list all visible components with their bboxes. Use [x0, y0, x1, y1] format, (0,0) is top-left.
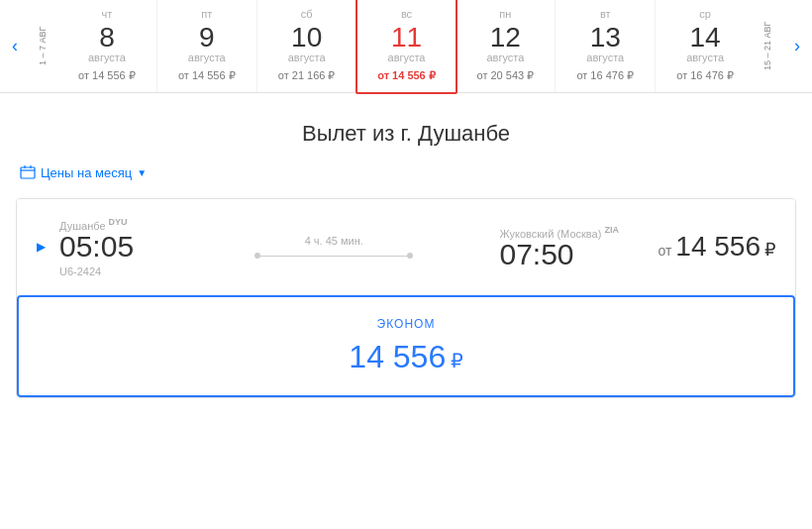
day-cell-12[interactable]: ПН 12 августа от 20 543 ₽ — [456, 0, 556, 92]
calendar-strip: ‹ 1 – 7 АВГ ЧТ 8 августа от 14 556 ₽ ПТ … — [0, 0, 812, 93]
right-week-range: 15 – 21 АВГ — [755, 0, 782, 92]
day-cell-11[interactable]: ВС 11 августа от 14 556 ₽ — [355, 0, 458, 94]
day-cell-10[interactable]: СБ 10 августа от 21 166 ₽ — [257, 0, 357, 92]
month-prices-button[interactable]: Цены на месяц ▼ — [20, 164, 147, 180]
day-price: от 14 556 ₽ — [178, 69, 236, 82]
flight-main: ▶ Душанбе DYU 05:05 U6-2424 4 ч. 45 мин.… — [17, 199, 795, 295]
day-month: августа — [188, 52, 226, 63]
day-name: СР — [699, 8, 711, 20]
day-number: 12 — [490, 24, 521, 52]
day-name: ЧТ — [102, 8, 113, 20]
section-title: Вылет из г. Душанбе — [0, 93, 812, 164]
flight-price: от 14 556 ₽ — [658, 231, 775, 263]
departure-time: 05:05 — [59, 232, 168, 262]
calendar-icon — [20, 164, 36, 180]
days-container: ЧТ 8 августа от 14 556 ₽ ПТ 9 августа от… — [57, 0, 755, 92]
day-month: августа — [88, 52, 126, 63]
expand-arrow[interactable]: ▶ — [37, 240, 46, 254]
flight-departure: Душанбе DYU 05:05 U6-2424 — [59, 217, 168, 277]
flight-arrival: Жуковский (Москва) ZIA 07:50 — [499, 225, 658, 269]
day-number: 9 — [199, 24, 215, 52]
flight-number: U6-2424 — [59, 265, 168, 277]
duration-line — [254, 253, 413, 259]
day-number: 13 — [590, 24, 621, 52]
day-name: СБ — [301, 8, 313, 20]
day-price: от 16 476 ₽ — [676, 69, 734, 82]
day-number: 11 — [391, 24, 422, 52]
day-month: августа — [288, 52, 326, 63]
day-price: от 16 476 ₽ — [576, 69, 634, 82]
day-month: августа — [586, 52, 624, 63]
arrival-code: ZIA — [604, 225, 619, 235]
fare-price-amount: 14 556 — [349, 339, 446, 374]
price-currency: ₽ — [764, 239, 775, 261]
prev-week-arrow[interactable]: ‹ — [0, 0, 30, 92]
day-month: августа — [686, 52, 724, 63]
day-cell-8[interactable]: ЧТ 8 августа от 14 556 ₽ — [57, 0, 157, 92]
day-number: 14 — [690, 24, 721, 52]
departure-code: DYU — [109, 217, 128, 227]
day-name: ВТ — [600, 8, 611, 20]
day-price: от 21 166 ₽ — [278, 69, 336, 82]
day-number: 10 — [291, 24, 322, 52]
month-prices-label: Цены на месяц — [41, 165, 132, 180]
day-name: ВС — [401, 8, 412, 20]
fare-price-currency: ₽ — [451, 350, 463, 371]
duration-dash — [260, 256, 407, 257]
left-week-range: 1 – 7 АВГ — [30, 0, 57, 92]
fare-class-label: ЭКОНОМ — [377, 317, 436, 331]
duration-text: 4 ч. 45 мин. — [305, 235, 363, 247]
day-number: 8 — [99, 24, 115, 52]
day-price: от 20 543 ₽ — [477, 69, 535, 82]
arrival-time: 07:50 — [499, 240, 658, 269]
day-month: августа — [388, 52, 426, 63]
day-cell-13[interactable]: ВТ 13 августа от 16 476 ₽ — [556, 0, 656, 92]
chevron-down-icon: ▼ — [137, 167, 147, 178]
fare-panel: ЭКОНОМ 14 556 ₽ — [17, 295, 795, 397]
day-name: ПТ — [201, 8, 212, 20]
day-price: от 14 556 ₽ — [78, 69, 136, 82]
flight-duration: 4 ч. 45 мин. — [168, 235, 499, 259]
day-name: ПН — [499, 8, 511, 20]
next-week-arrow[interactable]: › — [782, 0, 812, 92]
day-cell-9[interactable]: ПТ 9 августа от 14 556 ₽ — [157, 0, 257, 92]
price-amount: 14 556 — [675, 231, 761, 263]
day-month: августа — [486, 52, 524, 63]
price-from-label: от — [658, 243, 671, 259]
svg-rect-0 — [21, 167, 35, 178]
day-price: от 14 556 ₽ — [377, 69, 436, 82]
duration-dot-right — [407, 253, 413, 259]
day-cell-14[interactable]: СР 14 августа от 16 476 ₽ — [656, 0, 755, 92]
flight-card: ▶ Душанбе DYU 05:05 U6-2424 4 ч. 45 мин.… — [16, 198, 796, 398]
